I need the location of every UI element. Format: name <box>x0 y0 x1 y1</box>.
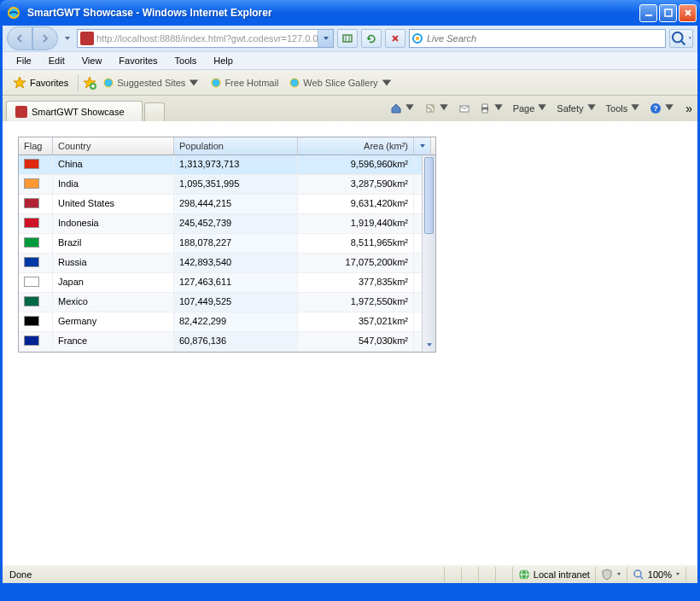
tab-favicon-icon <box>15 106 27 118</box>
cell-country: United States <box>53 195 174 213</box>
search-go-button[interactable] <box>669 29 693 48</box>
bing-icon <box>410 32 427 44</box>
chevron-down-icon <box>381 77 393 89</box>
cell-area: 377,835km² <box>298 273 414 292</box>
maximize-button[interactable] <box>659 4 677 22</box>
table-row[interactable]: Mexico107,449,5251,972,550km² <box>19 293 435 312</box>
window-titlebar: SmartGWT Showcase - Windows Internet Exp… <box>0 0 700 26</box>
print-button[interactable] <box>475 99 508 118</box>
cell-country: Russia <box>53 254 174 272</box>
menu-help[interactable]: Help <box>207 54 240 67</box>
cell-area: 9,596,960km² <box>298 155 414 174</box>
zone-label: Local intranet <box>534 569 590 580</box>
star-icon <box>13 76 26 90</box>
table-row[interactable]: Germany82,422,299357,021km² <box>19 312 435 332</box>
new-tab-button[interactable] <box>144 102 165 121</box>
cell-country: Mexico <box>53 293 174 312</box>
minimize-button[interactable] <box>639 4 657 22</box>
cell-country: Brazil <box>53 234 174 253</box>
svg-text:?: ? <box>653 104 658 113</box>
svg-rect-2 <box>665 9 672 16</box>
page-menu[interactable]: Page <box>510 99 552 118</box>
cell-flag <box>19 332 53 351</box>
home-button[interactable] <box>387 99 419 118</box>
col-country[interactable]: Country <box>53 137 174 155</box>
table-row[interactable]: India1,095,351,9953,287,590km² <box>19 175 435 195</box>
feeds-button[interactable] <box>421 99 453 118</box>
tab-smartgwt[interactable]: SmartGWT Showcase <box>6 101 143 121</box>
favorites-bar: Favorites Suggested Sites Free Hotmail W… <box>3 70 697 96</box>
menu-file[interactable]: File <box>9 54 38 67</box>
compat-view-button[interactable] <box>337 29 358 48</box>
close-button[interactable] <box>679 4 697 22</box>
stop-button[interactable] <box>385 29 405 48</box>
protected-mode[interactable] <box>595 567 627 582</box>
svg-rect-1 <box>645 15 652 16</box>
ie-icon <box>7 6 20 20</box>
suggested-sites-label: Suggested Sites <box>117 78 185 88</box>
refresh-button[interactable] <box>361 29 382 48</box>
cell-population: 1,095,351,995 <box>174 175 298 194</box>
globe-icon <box>518 569 530 581</box>
status-bar: Done Local intranet 100% <box>0 565 700 586</box>
table-row[interactable]: Brazil188,078,2278,511,965km² <box>19 234 435 254</box>
table-row[interactable]: Russia142,893,54017,075,200km² <box>19 254 435 273</box>
menu-favorites[interactable]: Favorites <box>112 54 164 67</box>
web-slice-link[interactable]: Web Slice Gallery <box>284 75 396 90</box>
hotmail-label: Free Hotmail <box>225 78 278 88</box>
security-zone[interactable]: Local intranet <box>512 567 595 582</box>
nav-history-dropdown[interactable] <box>61 27 73 50</box>
cell-population: 188,078,227 <box>174 234 298 253</box>
zoom-control[interactable]: 100% <box>627 567 685 582</box>
table-row[interactable]: China1,313,973,7139,596,960km² <box>19 155 435 175</box>
table-row[interactable]: United States298,444,2159,631,420km² <box>19 195 435 214</box>
cell-country: China <box>53 155 174 174</box>
url-input[interactable] <box>96 33 318 44</box>
ie-small-icon <box>210 77 222 89</box>
cell-country: Indonesia <box>53 214 174 233</box>
status-text: Done <box>8 569 444 580</box>
resize-grip[interactable] <box>685 567 692 582</box>
cell-population: 245,452,739 <box>174 214 298 233</box>
col-menu-button[interactable] <box>414 137 431 155</box>
chevron-more-icon[interactable]: » <box>685 102 692 115</box>
forward-button[interactable] <box>32 26 58 50</box>
cell-flag <box>19 214 53 233</box>
back-button[interactable] <box>7 26 32 50</box>
table-row[interactable]: Japan127,463,611377,835km² <box>19 273 435 293</box>
add-fav-icon[interactable] <box>83 76 96 90</box>
search-input[interactable] <box>427 33 665 44</box>
read-mail-button[interactable] <box>455 99 474 118</box>
safety-menu[interactable]: Safety <box>553 99 600 118</box>
tools-menu[interactable]: Tools <box>603 99 645 118</box>
cell-area: 8,511,965km² <box>298 234 414 253</box>
cell-population: 107,449,525 <box>174 293 298 312</box>
grid-scrollbar[interactable] <box>422 155 435 352</box>
suggested-sites-link[interactable]: Suggested Sites <box>98 75 204 90</box>
menu-view[interactable]: View <box>75 54 109 67</box>
address-dropdown[interactable] <box>318 30 333 47</box>
table-row[interactable]: Indonesia245,452,7391,919,440km² <box>19 214 435 234</box>
free-hotmail-link[interactable]: Free Hotmail <box>206 75 283 90</box>
cell-area: 547,030km² <box>298 332 414 351</box>
address-bar[interactable] <box>77 29 334 48</box>
col-area[interactable]: Area (km²) <box>298 137 414 155</box>
svg-rect-16 <box>482 109 487 113</box>
ie-small-icon <box>102 77 114 89</box>
col-flag[interactable]: Flag <box>19 137 53 155</box>
help-button[interactable]: ? <box>646 99 679 118</box>
search-box[interactable] <box>409 29 666 48</box>
favorites-label: Favorites <box>30 78 68 88</box>
svg-point-6 <box>673 32 683 43</box>
table-row[interactable]: France60,876,136547,030km² <box>19 332 435 352</box>
menu-tools[interactable]: Tools <box>168 54 204 67</box>
data-grid[interactable]: Flag Country Population Area (km²) China… <box>18 137 436 353</box>
menu-edit[interactable]: Edit <box>42 54 72 67</box>
scrollbar-down-arrow[interactable] <box>423 338 435 352</box>
tab-title: SmartGWT Showcase <box>32 107 125 117</box>
svg-rect-3 <box>343 35 352 42</box>
col-population[interactable]: Population <box>174 137 298 155</box>
favorites-button[interactable]: Favorites <box>8 74 73 91</box>
scrollbar-thumb[interactable] <box>424 157 434 234</box>
cell-flag <box>19 312 53 331</box>
